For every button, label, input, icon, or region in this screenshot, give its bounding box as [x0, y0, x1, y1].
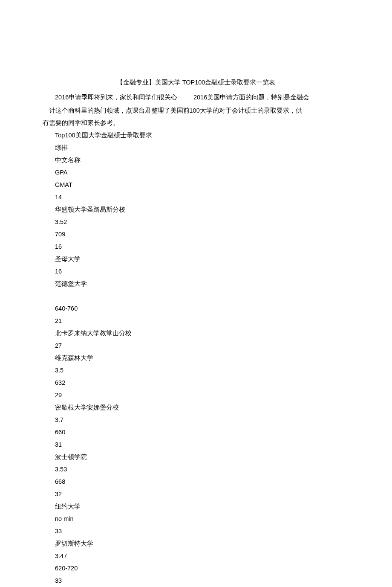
cell-rank: 27 [43, 340, 349, 352]
cell-gmat: 640-760 [43, 302, 349, 315]
cell-name-cn: 波士顿学院 [43, 451, 349, 463]
subheading: Top100美国大学金融硕士录取要求 [43, 129, 349, 142]
header-name-cn: 中文名称 [43, 154, 349, 166]
cell-rank: 31 [43, 439, 349, 451]
cell-name-cn: 北卡罗来纳大学教堂山分校 [43, 327, 349, 340]
cell-rank: 16 [43, 241, 349, 253]
intro-line-2: 计这个商科里的热门领域，点课台君整理了美国前100大学的对于会计硕士的录取要求，… [43, 105, 349, 117]
intro-line-3: 有需要的同学和家长参考。 [43, 117, 349, 129]
cell-gmat: 668 [43, 476, 349, 488]
cell-name-cn: 圣母大学 [43, 253, 349, 265]
header-gpa: GPA [43, 166, 349, 179]
cell-gmat: 620-720 [43, 562, 349, 575]
intro-text-b: 2016美国申请方面的问题，特别是金融会 [193, 94, 309, 101]
cell-gpa-blank [43, 290, 349, 302]
cell-name-cn: 华盛顿大学圣路易斯分校 [43, 203, 349, 216]
intro-text-d: 100大学的对于会计硕士的录取要求，供 [190, 107, 302, 114]
cell-gpa: 3.5 [43, 364, 349, 377]
cell-gmat: 660 [43, 426, 349, 439]
document-page: 【金融专业】美国大学 TOP100金融硕士录取要求一览表 2016申请季即将到来… [0, 0, 392, 587]
cell-gpa: 3.52 [43, 216, 349, 228]
intro-text-c: 计这个商科里的热门领域，点课台君整理了美国前 [49, 107, 190, 114]
cell-name-cn: 维克森林大学 [43, 352, 349, 364]
cell-gpa: no min [43, 513, 349, 525]
cell-gpa: 3.47 [43, 550, 349, 562]
document-title: 【金融专业】美国大学 TOP100金融硕士录取要求一览表 [43, 76, 349, 89]
cell-gmat: 632 [43, 377, 349, 389]
intro-paragraph: 2016申请季即将到来，家长和同学们很关心2016美国申请方面的问题，特别是金融… [43, 91, 349, 104]
header-rank: 综排 [43, 142, 349, 154]
cell-rank: 14 [43, 191, 349, 203]
intro-text-e: 有需要的同学和家长参考。 [43, 119, 119, 126]
header-gmat: GMAT [43, 179, 349, 191]
cell-rank: 33 [43, 525, 349, 538]
cell-rank: 33 [43, 575, 349, 587]
cell-rank: 16 [43, 265, 349, 278]
cell-name-cn: 密歇根大学安娜堡分校 [43, 401, 349, 414]
cell-name-cn: 罗切斯特大学 [43, 538, 349, 550]
cell-rank: 21 [43, 315, 349, 327]
cell-gpa: 3.53 [43, 463, 349, 476]
cell-gpa: 3.7 [43, 414, 349, 426]
cell-rank: 32 [43, 488, 349, 500]
cell-name-cn: 纽约大学 [43, 500, 349, 513]
cell-rank: 29 [43, 389, 349, 401]
data-rows-container: 14华盛顿大学圣路易斯分校3.5270916圣母大学16范德堡大学 640-76… [43, 191, 349, 587]
intro-text-a: 2016申请季即将到来，家长和同学们很关心 [55, 94, 177, 101]
cell-name-cn: 范德堡大学 [43, 278, 349, 290]
cell-gmat: 709 [43, 228, 349, 241]
